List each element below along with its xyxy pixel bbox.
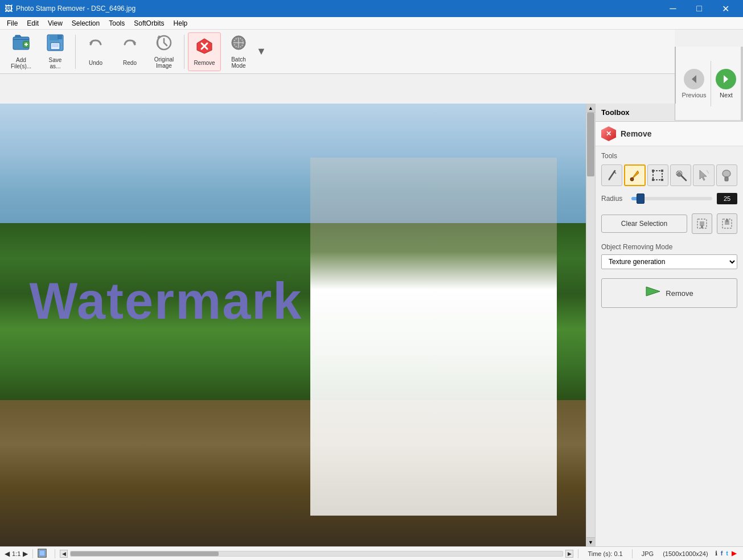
radius-label: Radius [601,195,627,203]
save-as-icon [46,34,64,56]
redo-button[interactable]: Redo [113,32,146,71]
svg-marker-44 [646,287,660,296]
rect-select-tool-button[interactable] [647,164,668,186]
svg-line-32 [681,175,686,180]
main-content: Watermark ▲ ▼ Toolbox ✕ ✕ Remove To [0,104,743,546]
close-button[interactable]: ✕ [712,0,738,17]
original-image-label: Original Image [154,56,174,69]
remove-section-header: ✕ Remove [596,122,743,146]
window-title: Photo Stamp Remover - DSC_6496.jpg [16,5,660,13]
scroll-down-button[interactable]: ▼ [586,537,595,546]
batch-mode-icon [230,34,247,55]
nav-area: Previous Next [675,47,743,121]
pencil-tool-button[interactable] [601,164,622,186]
brush-tool-button[interactable] [624,164,645,186]
redo-icon [121,38,138,59]
vscroll-thumb[interactable] [587,113,594,176]
svg-rect-28 [652,170,654,172]
format-display: JPG [637,550,658,557]
zoom-label: 1:1 [12,550,20,557]
clear-selection-button[interactable]: Clear Selection [601,215,687,233]
menu-softorbits[interactable]: SoftOrbits [129,18,169,28]
remove-btn-label: Remove [666,289,693,298]
previous-label: Previous [682,92,707,98]
twitter-icon[interactable]: t [726,550,728,557]
svg-rect-7 [58,35,62,39]
svg-rect-31 [661,179,663,181]
remove-tool-icon [196,38,213,59]
svg-rect-27 [653,171,662,180]
info-icon[interactable]: ℹ [715,550,717,557]
toolbar-more-button[interactable]: ▼ [256,46,266,57]
svg-rect-46 [39,550,45,556]
pointer-tool-button[interactable] [693,164,714,186]
menu-file[interactable]: File [2,18,22,28]
svg-point-36 [723,170,730,177]
selection-row: Clear Selection [601,213,737,234]
vertical-scrollbar[interactable]: ▲ ▼ [586,104,595,546]
panel-resize-handle[interactable] [741,47,743,120]
svg-rect-39 [700,221,704,226]
original-image-icon [155,34,173,55]
svg-rect-6 [50,35,59,40]
person-area [310,139,556,515]
canvas-area[interactable]: Watermark ▲ ▼ [0,104,595,546]
menu-selection[interactable]: Selection [67,18,104,28]
zoom-controls: ◀ 1:1 ▶ [5,550,28,558]
undo-button[interactable]: Undo [79,32,112,71]
add-files-icon [12,34,30,56]
previous-button[interactable]: Previous [678,67,711,101]
mode-dropdown[interactable]: Texture generation Inpainting Smart Fill [601,254,737,269]
vscroll-track [586,113,595,537]
zoom-in-button[interactable]: ▶ [23,550,28,558]
menu-edit[interactable]: Edit [22,18,43,28]
stamp-tool-button[interactable] [716,164,737,186]
load-selection-button[interactable] [717,213,737,234]
toolbox-panel: Toolbox ✕ ✕ Remove Tools [595,104,743,546]
original-image-button[interactable]: Original Image [147,32,180,71]
radius-value: 25 [724,195,730,202]
hscroll-left-button[interactable]: ◀ [60,550,68,558]
next-button[interactable]: Next [711,67,741,101]
maximize-button[interactable]: □ [686,0,712,17]
svg-rect-9 [52,44,59,47]
save-as-button[interactable]: Save as... [39,32,72,71]
menubar: File Edit View Selection Tools SoftOrbit… [0,17,743,30]
svg-rect-37 [725,177,728,181]
fit-window-icon[interactable] [38,549,47,559]
hscrollbar[interactable] [70,551,563,557]
remove-arrow-icon [645,285,661,302]
magic-wand-tool-button[interactable] [670,164,691,186]
menu-tools[interactable]: Tools [104,18,129,28]
remove-action-button[interactable]: Remove [601,278,737,308]
svg-rect-29 [661,170,663,172]
radius-slider[interactable] [631,197,712,200]
menu-help[interactable]: Help [169,18,192,28]
remove-section-label: Remove [621,129,651,138]
svg-point-26 [630,178,634,181]
app-icon: 🖼 [5,4,13,13]
svg-rect-40 [701,225,703,228]
facebook-icon[interactable]: f [721,550,723,557]
statusbar: ◀ 1:1 ▶ ◀ ▶ Time (s): 0.1 JPG (1500x1000… [0,546,743,560]
toolbox-title: Toolbox [601,108,630,117]
photo-container: Watermark [0,104,586,546]
batch-mode-label: Batch Mode [231,56,246,69]
menu-view[interactable]: View [43,18,67,28]
redo-label: Redo [123,60,137,66]
scroll-up-button[interactable]: ▲ [586,104,595,113]
youtube-icon[interactable]: ▶ [732,550,736,557]
remove-button[interactable]: Remove [188,32,221,71]
mode-label: Object Removing Mode [601,243,737,251]
radius-row: Radius 25 [601,193,737,204]
minimize-button[interactable]: ─ [660,0,686,17]
add-files-button[interactable]: Add File(s)... [5,32,38,71]
zoom-out-button[interactable]: ◀ [5,550,10,558]
svg-line-35 [707,170,709,174]
remove-tool-label: Remove [194,60,215,66]
hscroll-right-button[interactable]: ▶ [565,550,573,558]
dimensions-display: (1500x1000x24) [658,550,713,557]
batch-mode-button[interactable]: Batch Mode [222,32,255,71]
time-display: Time (s): 0.1 [583,550,627,557]
save-selection-button[interactable] [692,213,712,234]
